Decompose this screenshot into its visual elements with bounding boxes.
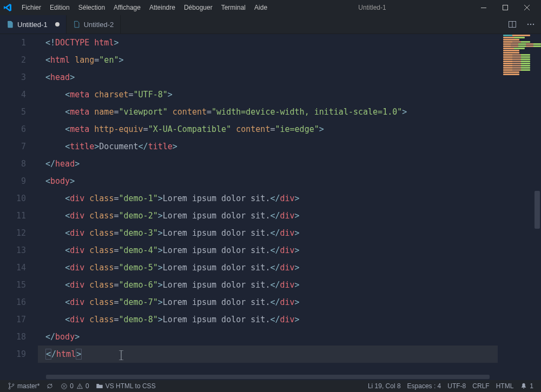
line-number: 14 — [0, 259, 26, 276]
git-branch-icon — [8, 382, 15, 390]
code-line[interactable]: <head> — [38, 69, 498, 86]
code-line[interactable]: <meta http-equiv="X-UA-Compatible" conte… — [38, 121, 498, 138]
menu-edition[interactable]: Edition — [45, 0, 74, 15]
svg-point-6 — [533, 24, 534, 25]
line-number: 8 — [0, 155, 26, 172]
scroll-thumb[interactable] — [535, 191, 540, 229]
line-number: 2 — [0, 51, 26, 69]
vertical-scrollbar[interactable] — [533, 34, 541, 380]
cursor-position[interactable]: Li 19, Col 8 — [365, 380, 404, 392]
error-icon — [60, 382, 68, 390]
indentation[interactable]: Espaces : 4 — [404, 380, 445, 392]
code-line[interactable]: <div class="demo-6">Lorem ipsum dolor si… — [38, 276, 498, 294]
code-line[interactable]: <div class="demo-5">Lorem ipsum dolor si… — [38, 259, 498, 276]
line-number: 9 — [0, 172, 26, 190]
svg-point-12 — [79, 387, 80, 388]
notification-count: 1 — [530, 382, 533, 390]
code-line[interactable]: <title>Document</title> — [38, 138, 498, 155]
svg-point-7 — [9, 383, 10, 384]
tabbar: Untitled-1 Untitled-2 — [0, 15, 541, 34]
problems[interactable]: 0 0 — [57, 380, 92, 392]
code-line[interactable]: <div class="demo-2">Lorem ipsum dolor si… — [38, 207, 498, 224]
error-count: 0 — [70, 382, 74, 390]
menu-fichier[interactable]: Fichier — [17, 0, 45, 15]
folder-name: VS HTML to CSS — [105, 382, 156, 390]
tab-untitled-1[interactable]: Untitled-1 — [0, 15, 67, 34]
code-line[interactable]: <div class="demo-3">Lorem ipsum dolor si… — [38, 224, 498, 242]
line-number: 6 — [0, 121, 26, 138]
minimap[interactable] — [500, 34, 533, 72]
line-number: 7 — [0, 138, 26, 155]
horizontal-scrollbar[interactable] — [46, 374, 533, 380]
tab-label: Untitled-2 — [84, 21, 114, 29]
line-number: 19 — [0, 346, 26, 363]
code-line[interactable]: <body> — [38, 172, 498, 190]
code-line[interactable]: <html lang="en"> — [38, 51, 498, 69]
notifications[interactable]: 1 — [517, 380, 537, 392]
folder-icon — [96, 382, 103, 390]
branch-name: master* — [17, 382, 39, 390]
sync-icon — [46, 382, 54, 390]
file-icon — [6, 21, 14, 28]
code-line[interactable]: <div class="demo-7">Lorem ipsum dolor si… — [38, 294, 498, 311]
eol[interactable]: CRLF — [469, 380, 492, 392]
line-number: 13 — [0, 242, 26, 259]
window-minimize-icon[interactable] — [473, 0, 494, 15]
line-gutter: 12345678910111213141516171819 — [0, 34, 38, 380]
code-line[interactable]: </head> — [38, 155, 498, 172]
code-line[interactable]: <meta name="viewport" content="width=dev… — [38, 103, 498, 121]
scroll-thumb[interactable] — [46, 375, 490, 379]
line-number: 11 — [0, 207, 26, 224]
tab-untitled-2[interactable]: Untitled-2 — [67, 15, 121, 34]
window-maximize-icon[interactable] — [494, 0, 516, 15]
menu-affichage[interactable]: Affichage — [109, 0, 145, 15]
menu-aide[interactable]: Aide — [250, 0, 272, 15]
svg-rect-0 — [481, 8, 486, 8]
code-line[interactable]: </html> — [38, 346, 498, 363]
code-line[interactable]: <div class="demo-4">Lorem ipsum dolor si… — [38, 242, 498, 259]
line-number: 4 — [0, 86, 26, 103]
titlebar: Fichier Edition Sélection Affichage Atte… — [0, 0, 541, 15]
line-number: 1 — [0, 34, 26, 51]
line-number: 10 — [0, 190, 26, 207]
line-number: 16 — [0, 294, 26, 311]
line-number: 18 — [0, 328, 26, 346]
text-cursor-icon — [119, 349, 120, 358]
code-line[interactable]: </body> — [38, 328, 498, 346]
svg-point-9 — [12, 384, 14, 386]
editor[interactable]: 12345678910111213141516171819 <!DOCTYPE … — [0, 34, 498, 380]
dirty-indicator-icon — [55, 22, 60, 26]
menu-deboguer[interactable]: Déboguer — [180, 0, 217, 15]
line-number: 15 — [0, 276, 26, 294]
line-number: 17 — [0, 311, 26, 328]
menu-atteindre[interactable]: Atteindre — [145, 0, 180, 15]
vscode-logo-icon — [3, 3, 12, 12]
bell-icon — [520, 382, 527, 390]
split-editor-icon[interactable] — [506, 18, 518, 30]
code-line[interactable]: <div class="demo-8">Lorem ipsum dolor si… — [38, 311, 498, 328]
line-number: 12 — [0, 224, 26, 242]
svg-rect-1 — [503, 5, 508, 10]
line-number: 3 — [0, 69, 26, 86]
menu-selection[interactable]: Sélection — [74, 0, 109, 15]
folder[interactable]: VS HTML to CSS — [93, 380, 159, 392]
statusbar: master* 0 0 VS HTML to CSS Li 19, Col 8 … — [0, 380, 541, 392]
window-title: Untitled-1 — [272, 4, 473, 11]
menu-terminal[interactable]: Terminal — [217, 0, 250, 15]
warning-count: 0 — [85, 382, 89, 390]
line-number: 5 — [0, 103, 26, 121]
encoding[interactable]: UTF-8 — [444, 380, 469, 392]
window-close-icon[interactable] — [516, 0, 538, 15]
code-line[interactable]: <meta charset="UTF-8"> — [38, 86, 498, 103]
svg-point-4 — [527, 24, 529, 25]
code-line[interactable]: <!DOCTYPE html> — [38, 34, 498, 51]
tab-label: Untitled-1 — [17, 21, 48, 29]
git-branch[interactable]: master* — [4, 380, 43, 392]
language-mode[interactable]: HTML — [493, 380, 517, 392]
code-line[interactable]: <div class="demo-1">Lorem ipsum dolor si… — [38, 190, 498, 207]
file-icon — [73, 21, 81, 28]
sync-button[interactable] — [43, 380, 57, 392]
svg-point-5 — [530, 24, 531, 25]
code-area[interactable]: <!DOCTYPE html><html lang="en"><head> <m… — [38, 34, 498, 380]
more-actions-icon[interactable] — [525, 18, 537, 30]
